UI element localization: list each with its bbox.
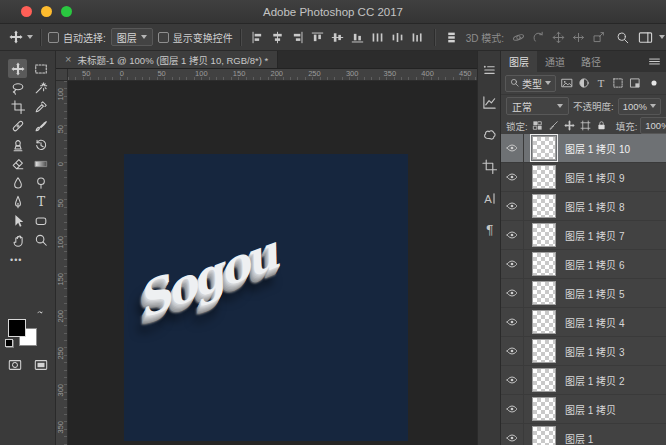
opacity-dropdown[interactable]: 100%: [618, 98, 661, 115]
align-top-edges-icon[interactable]: [308, 28, 327, 47]
spot-healing-tool[interactable]: [8, 116, 27, 135]
minimize-window-button[interactable]: [41, 6, 52, 17]
layer-visibility-eye-icon[interactable]: [501, 163, 524, 191]
show-transform-checkbox[interactable]: [158, 32, 169, 43]
align-horizontal-centers-icon[interactable]: [268, 28, 287, 47]
switch-colors-icon[interactable]: [36, 309, 46, 321]
layer-visibility-eye-icon[interactable]: [501, 221, 524, 249]
type-tool[interactable]: T: [31, 192, 50, 211]
lasso-tool[interactable]: [8, 78, 27, 97]
tab-paths[interactable]: 路径: [573, 51, 609, 72]
brush-tool[interactable]: [31, 116, 50, 135]
screen-mode-button[interactable]: [31, 355, 50, 374]
fill-dropdown[interactable]: 100%: [640, 117, 666, 134]
eyedropper-tool[interactable]: [31, 97, 50, 116]
align-right-edges-icon[interactable]: [288, 28, 307, 47]
foreground-color-swatch[interactable]: [8, 319, 26, 337]
lock-position-icon[interactable]: [563, 119, 577, 133]
layer-visibility-eye-icon[interactable]: [501, 250, 524, 278]
layer-row[interactable]: 图层 1: [501, 424, 666, 445]
lock-paint-icon[interactable]: [547, 119, 561, 133]
edit-toolbar-button[interactable]: •••: [0, 249, 55, 265]
horizontal-ruler[interactable]: 50050100150200250300350400450: [68, 69, 477, 80]
filter-adjustment-icon[interactable]: [575, 75, 592, 91]
3d-orbit-icon[interactable]: [509, 28, 528, 47]
filter-shape-icon[interactable]: [609, 75, 626, 91]
filter-smart-object-icon[interactable]: [626, 75, 643, 91]
distribute-horizontal-centers-icon[interactable]: [388, 28, 407, 47]
layer-visibility-eye-icon[interactable]: [501, 395, 524, 423]
path-select-tool[interactable]: [8, 211, 27, 230]
layer-thumbnail[interactable]: [532, 136, 556, 160]
layer-thumbnail[interactable]: [532, 252, 556, 276]
3d-slide-icon[interactable]: [569, 28, 588, 47]
3d-scale-icon[interactable]: [589, 28, 608, 47]
lock-transparent-icon[interactable]: [531, 119, 545, 133]
canvas[interactable]: Sogou: [124, 154, 408, 441]
graph-icon[interactable]: [480, 93, 498, 111]
align-bottom-edges-icon[interactable]: [348, 28, 367, 47]
layer-thumbnail[interactable]: [532, 426, 556, 445]
libraries-icon[interactable]: [480, 61, 498, 79]
eraser-tool[interactable]: [8, 154, 27, 173]
rect-marquee-tool[interactable]: [31, 59, 50, 78]
workspace-switcher-icon[interactable]: [636, 28, 655, 47]
close-tab-icon[interactable]: ×: [65, 54, 71, 65]
auto-select-target-dropdown[interactable]: 图层: [111, 28, 153, 46]
layer-visibility-eye-icon[interactable]: [501, 308, 524, 336]
dodge-tool[interactable]: [31, 173, 50, 192]
shapes-icon[interactable]: [480, 125, 498, 143]
align-left-edges-icon[interactable]: [248, 28, 267, 47]
document-tab[interactable]: × 未标题-1 @ 100% (图层 1 拷贝 10, RGB/8*) *: [56, 51, 278, 68]
filter-toggle-icon[interactable]: [645, 75, 662, 91]
magic-wand-tool[interactable]: [31, 78, 50, 97]
panel-menu-icon[interactable]: [648, 51, 666, 72]
layer-row[interactable]: 图层 1 拷贝 8: [501, 192, 666, 221]
zoom-window-button[interactable]: [61, 6, 72, 17]
align-vertical-centers-icon[interactable]: [328, 28, 347, 47]
layer-visibility-eye-icon[interactable]: [501, 366, 524, 394]
crop-dock-icon[interactable]: [480, 157, 498, 175]
distribute-left-edges-icon[interactable]: [368, 28, 387, 47]
blend-mode-dropdown[interactable]: 正常: [506, 97, 569, 115]
vertical-ruler[interactable]: 10050050100150200250300350: [56, 81, 68, 445]
filter-type-dropdown[interactable]: 类型: [505, 75, 556, 92]
show-transform-checkbox-group[interactable]: 显示变换控件: [158, 30, 233, 45]
layer-thumbnail[interactable]: [532, 281, 556, 305]
distribute-right-edges-icon[interactable]: [408, 28, 427, 47]
3d-roll-icon[interactable]: [529, 28, 548, 47]
layer-thumbnail[interactable]: [532, 339, 556, 363]
lock-artboard-icon[interactable]: [579, 119, 593, 133]
layer-row[interactable]: 图层 1 拷贝 7: [501, 221, 666, 250]
filter-type-icon[interactable]: T: [592, 75, 609, 91]
layer-row[interactable]: 图层 1 拷贝 2: [501, 366, 666, 395]
layer-thumbnail[interactable]: [532, 223, 556, 247]
move-tool[interactable]: [8, 59, 27, 78]
auto-select-checkbox-group[interactable]: 自动选择:: [48, 30, 106, 45]
layer-thumbnail[interactable]: [532, 368, 556, 392]
gradient-tool[interactable]: [31, 154, 50, 173]
layer-row[interactable]: 图层 1 拷贝 3: [501, 337, 666, 366]
tool-preset-button[interactable]: [6, 28, 33, 47]
clone-stamp-tool[interactable]: [8, 135, 27, 154]
search-icon[interactable]: [613, 28, 632, 47]
layer-visibility-eye-icon[interactable]: [501, 337, 524, 365]
crop-tool[interactable]: [8, 97, 27, 116]
paragraph-icon[interactable]: ¶: [480, 221, 498, 239]
layer-thumbnail[interactable]: [532, 310, 556, 334]
layer-thumbnail[interactable]: [532, 165, 556, 189]
hand-tool[interactable]: [8, 230, 27, 249]
3d-pan-icon[interactable]: [549, 28, 568, 47]
ruler-origin-corner[interactable]: [56, 69, 68, 80]
zoom-tool[interactable]: [31, 230, 50, 249]
tab-layers[interactable]: 图层: [501, 51, 537, 72]
pen-tool[interactable]: [8, 192, 27, 211]
blur-tool[interactable]: [8, 173, 27, 192]
quick-mask-button[interactable]: [5, 355, 24, 374]
distribute-stack-button[interactable]: [442, 28, 461, 47]
character-icon[interactable]: A: [480, 189, 498, 207]
tab-channels[interactable]: 通道: [537, 51, 573, 72]
default-colors-icon[interactable]: [5, 339, 14, 348]
layer-row[interactable]: 图层 1 拷贝 6: [501, 250, 666, 279]
layer-visibility-eye-icon[interactable]: [501, 279, 524, 307]
